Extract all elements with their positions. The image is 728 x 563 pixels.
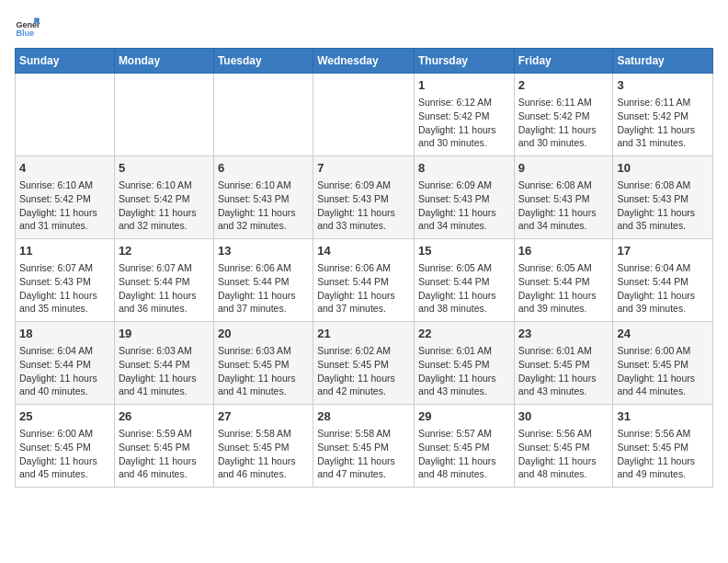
day-number: 16 — [518, 243, 609, 259]
day-info: Sunrise: 6:06 AM — [218, 261, 309, 275]
week-row-1: 1Sunrise: 6:12 AMSunset: 5:42 PMDaylight… — [16, 74, 713, 156]
day-info: and 37 minutes. — [218, 302, 309, 316]
day-info: Sunset: 5:45 PM — [418, 441, 510, 454]
day-info: Sunrise: 6:07 AM — [119, 261, 210, 275]
day-info: and 34 minutes. — [418, 219, 510, 233]
day-info: Sunset: 5:45 PM — [617, 441, 709, 454]
day-info: and 41 minutes. — [218, 385, 309, 398]
day-info: Sunrise: 6:05 AM — [418, 261, 510, 275]
day-info: Sunset: 5:42 PM — [19, 192, 110, 206]
logo: General Blue — [15, 15, 44, 40]
day-cell-18: 18Sunrise: 6:04 AMSunset: 5:44 PMDayligh… — [16, 322, 115, 405]
day-info: Sunrise: 6:12 AM — [418, 96, 510, 109]
header-day-wednesday: Wednesday — [313, 49, 415, 74]
day-info: Sunrise: 5:58 AM — [218, 427, 309, 441]
day-info: Daylight: 11 hours — [617, 454, 709, 468]
calendar-header: SundayMondayTuesdayWednesdayThursdayFrid… — [16, 49, 713, 74]
day-info: Sunrise: 6:09 AM — [317, 178, 410, 192]
day-cell-23: 23Sunrise: 6:01 AMSunset: 5:45 PMDayligh… — [514, 322, 613, 405]
day-info: Sunset: 5:44 PM — [19, 358, 110, 372]
day-number: 3 — [617, 77, 709, 94]
day-info: Sunset: 5:42 PM — [418, 109, 510, 123]
day-info: and 38 minutes. — [418, 302, 510, 316]
day-info: and 44 minutes. — [617, 385, 709, 398]
day-info: Sunset: 5:45 PM — [418, 358, 510, 372]
day-info: Daylight: 11 hours — [617, 206, 709, 220]
day-cell-1: 1Sunrise: 6:12 AMSunset: 5:42 PMDaylight… — [414, 74, 514, 156]
day-info: Daylight: 11 hours — [617, 289, 709, 303]
day-cell-9: 9Sunrise: 6:08 AMSunset: 5:43 PMDaylight… — [514, 156, 613, 239]
day-info: and 36 minutes. — [119, 302, 210, 316]
calendar-table: SundayMondayTuesdayWednesdayThursdayFrid… — [15, 48, 713, 488]
day-info: and 46 minutes. — [218, 467, 309, 481]
day-cell-28: 28Sunrise: 5:58 AMSunset: 5:45 PMDayligh… — [313, 405, 415, 488]
day-info: and 41 minutes. — [119, 385, 210, 398]
week-row-4: 18Sunrise: 6:04 AMSunset: 5:44 PMDayligh… — [16, 322, 713, 405]
header-day-saturday: Saturday — [613, 49, 713, 74]
day-info: Sunrise: 6:08 AM — [518, 178, 609, 192]
day-info: Sunset: 5:42 PM — [518, 109, 609, 123]
day-cell-26: 26Sunrise: 5:59 AMSunset: 5:45 PMDayligh… — [114, 405, 213, 488]
day-cell-30: 30Sunrise: 5:56 AMSunset: 5:45 PMDayligh… — [514, 405, 613, 488]
day-info: Sunset: 5:45 PM — [617, 358, 709, 372]
day-cell-31: 31Sunrise: 5:56 AMSunset: 5:45 PMDayligh… — [613, 405, 713, 488]
day-info: and 43 minutes. — [418, 385, 510, 398]
day-number: 1 — [418, 77, 510, 94]
day-info: and 30 minutes. — [418, 136, 510, 150]
day-info: Sunrise: 6:07 AM — [19, 261, 110, 275]
day-cell-2: 2Sunrise: 6:11 AMSunset: 5:42 PMDaylight… — [514, 74, 613, 156]
day-info: Daylight: 11 hours — [119, 372, 210, 385]
day-info: Sunset: 5:43 PM — [218, 192, 309, 206]
day-number: 14 — [317, 243, 410, 259]
day-info: and 48 minutes. — [418, 467, 510, 481]
day-info: Daylight: 11 hours — [518, 206, 609, 220]
day-info: and 35 minutes. — [19, 302, 110, 316]
day-info: Sunset: 5:44 PM — [317, 275, 410, 289]
day-info: and 39 minutes. — [518, 302, 609, 316]
day-info: Sunset: 5:44 PM — [617, 275, 709, 289]
day-info: and 32 minutes. — [119, 219, 210, 233]
day-cell-20: 20Sunrise: 6:03 AMSunset: 5:45 PMDayligh… — [213, 322, 313, 405]
day-info: Daylight: 11 hours — [518, 123, 609, 137]
day-number: 12 — [119, 243, 210, 259]
day-info: Daylight: 11 hours — [119, 206, 210, 220]
day-cell-12: 12Sunrise: 6:07 AMSunset: 5:44 PMDayligh… — [114, 239, 213, 322]
day-number: 19 — [119, 326, 210, 342]
day-info: Sunset: 5:42 PM — [119, 192, 210, 206]
day-info: Daylight: 11 hours — [518, 289, 609, 303]
day-info: Daylight: 11 hours — [19, 206, 110, 220]
day-cell-24: 24Sunrise: 6:00 AMSunset: 5:45 PMDayligh… — [613, 322, 713, 405]
svg-text:Blue: Blue — [16, 29, 34, 38]
day-info: Sunrise: 5:56 AM — [518, 427, 609, 441]
day-cell-15: 15Sunrise: 6:05 AMSunset: 5:44 PMDayligh… — [414, 239, 514, 322]
day-info: Sunrise: 6:00 AM — [617, 344, 709, 358]
day-number: 10 — [617, 160, 709, 177]
day-info: Sunrise: 5:59 AM — [119, 427, 210, 441]
empty-cell — [114, 74, 213, 156]
day-info: Daylight: 11 hours — [418, 289, 510, 303]
day-info: and 32 minutes. — [218, 219, 309, 233]
day-info: Sunset: 5:45 PM — [518, 441, 609, 454]
day-info: Sunrise: 6:10 AM — [218, 178, 309, 192]
day-number: 7 — [317, 160, 410, 177]
day-cell-27: 27Sunrise: 5:58 AMSunset: 5:45 PMDayligh… — [213, 405, 313, 488]
day-number: 18 — [19, 326, 110, 342]
day-info: and 49 minutes. — [617, 467, 709, 481]
day-number: 20 — [218, 326, 309, 342]
day-info: Sunset: 5:45 PM — [218, 358, 309, 372]
day-info: and 48 minutes. — [518, 467, 609, 481]
day-number: 26 — [119, 408, 210, 425]
day-info: Daylight: 11 hours — [218, 454, 309, 468]
day-info: Daylight: 11 hours — [418, 372, 510, 385]
day-info: Sunrise: 6:02 AM — [317, 344, 410, 358]
week-row-5: 25Sunrise: 6:00 AMSunset: 5:45 PMDayligh… — [16, 405, 713, 488]
day-cell-6: 6Sunrise: 6:10 AMSunset: 5:43 PMDaylight… — [213, 156, 313, 239]
day-info: Daylight: 11 hours — [119, 454, 210, 468]
day-info: Sunset: 5:44 PM — [418, 275, 510, 289]
day-info: Sunrise: 6:10 AM — [119, 178, 210, 192]
day-cell-5: 5Sunrise: 6:10 AMSunset: 5:42 PMDaylight… — [114, 156, 213, 239]
day-info: Sunset: 5:44 PM — [119, 358, 210, 372]
day-number: 29 — [418, 408, 510, 425]
week-row-3: 11Sunrise: 6:07 AMSunset: 5:43 PMDayligh… — [16, 239, 713, 322]
day-number: 8 — [418, 160, 510, 177]
